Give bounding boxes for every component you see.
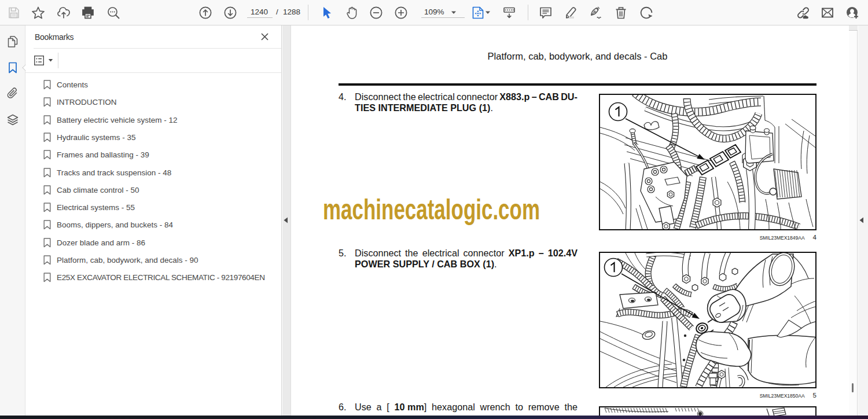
svg-text:machinecatalogic.com: machinecatalogic.com xyxy=(323,193,540,226)
